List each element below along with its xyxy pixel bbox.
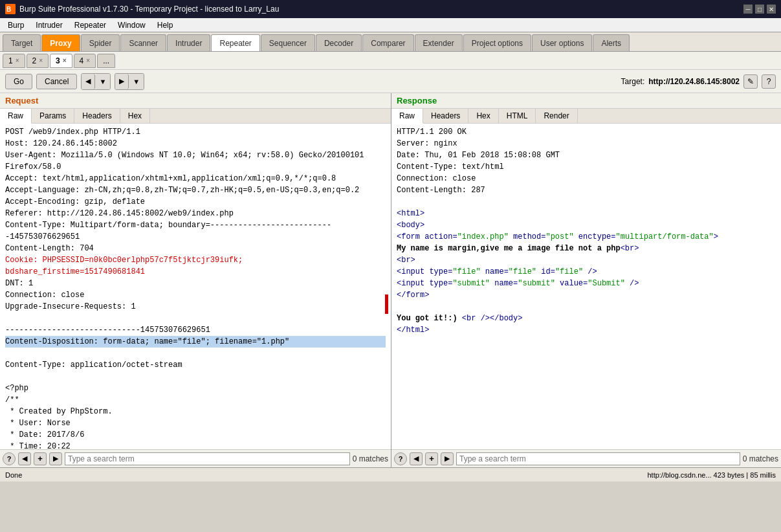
response-search-add-button[interactable]: + <box>425 452 438 465</box>
response-panel: Response Raw Headers Hex HTML Render HTT… <box>391 93 781 467</box>
close-tab-1-icon[interactable]: × <box>16 57 19 64</box>
nav-back-dropdown[interactable]: ▼ <box>95 74 110 89</box>
response-search-prev-button[interactable]: ◀ <box>410 452 423 465</box>
edit-target-button[interactable]: ✎ <box>743 74 758 89</box>
response-panel-header: Response <box>391 93 781 109</box>
content-area: Request Raw Params Headers Hex POST /web… <box>0 93 781 467</box>
response-tab-render[interactable]: Render <box>536 109 577 123</box>
tab-spider[interactable]: Spider <box>81 34 120 51</box>
response-tab-html[interactable]: HTML <box>499 109 536 123</box>
tab-alerts[interactable]: Alerts <box>593 34 630 51</box>
go-button[interactable]: Go <box>5 74 32 89</box>
request-search-next-button[interactable]: ▶ <box>49 452 62 465</box>
menu-help[interactable]: Help <box>152 19 179 31</box>
menu-intruder[interactable]: Intruder <box>30 19 67 31</box>
request-tab-hex[interactable]: Hex <box>120 109 150 123</box>
request-panel-header: Request <box>0 93 391 109</box>
tab-comparer[interactable]: Comparer <box>362 34 413 51</box>
tab-decoder[interactable]: Decoder <box>316 34 362 51</box>
response-tab-headers[interactable]: Headers <box>423 109 468 123</box>
title-bar-left: B Burp Suite Professional v1.7.30 - Temp… <box>5 4 279 14</box>
request-search-input[interactable] <box>65 452 350 465</box>
tab-extender[interactable]: Extender <box>415 34 463 51</box>
burp-logo: B <box>5 4 16 14</box>
nav-forward-group: ▶ ▼ <box>115 73 144 90</box>
request-search-prev-button[interactable]: ◀ <box>18 452 31 465</box>
title-bar: B Burp Suite Professional v1.7.30 - Temp… <box>0 0 781 18</box>
close-tab-3-icon[interactable]: × <box>63 57 67 64</box>
menu-burp[interactable]: Burp <box>3 19 29 31</box>
nav-forward-dropdown[interactable]: ▼ <box>129 74 144 89</box>
toolbar: Go Cancel ◀ ▼ ▶ ▼ Target: http://120.24.… <box>0 70 781 93</box>
tab-sequencer[interactable]: Sequencer <box>261 34 315 51</box>
request-tab-headers[interactable]: Headers <box>74 109 120 123</box>
request-search-bar: ? ◀ + ▶ 0 matches <box>0 449 391 467</box>
response-content[interactable]: HTTP/1.1 200 OK Server: nginx Date: Thu,… <box>391 124 781 449</box>
repeater-tab-2[interactable]: 2 × <box>27 54 49 68</box>
tab-target[interactable]: Target <box>3 34 41 51</box>
menu-bar: Burp Intruder Repeater Window Help <box>0 18 781 32</box>
nav-forward-button[interactable]: ▶ <box>115 74 129 89</box>
request-panel: Request Raw Params Headers Hex POST /web… <box>0 93 391 467</box>
target-url: http://120.24.86.145:8002 <box>648 77 740 86</box>
response-content-wrapper: HTTP/1.1 200 OK Server: nginx Date: Thu,… <box>391 124 781 449</box>
minimize-button[interactable]: ─ <box>743 5 753 14</box>
tab-proxy[interactable]: Proxy <box>41 34 80 51</box>
response-match-count: 0 matches <box>743 454 778 463</box>
tab-intruder[interactable]: Intruder <box>167 34 210 51</box>
response-search-next-button[interactable]: ▶ <box>441 452 454 465</box>
main-tab-bar: Target Proxy Spider Scanner Intruder Rep… <box>0 32 781 52</box>
request-content[interactable]: POST /web9/index.php HTTP/1.1 Host: 120.… <box>0 124 391 449</box>
close-tab-4-icon[interactable]: × <box>86 57 90 64</box>
svg-text:B: B <box>6 6 11 13</box>
status-text: Done <box>5 471 22 479</box>
response-tab-raw[interactable]: Raw <box>391 109 423 124</box>
target-info: Target: http://120.24.86.145:8002 ✎ ? <box>621 74 776 89</box>
cancel-button[interactable]: Cancel <box>36 74 77 89</box>
help-button[interactable]: ? <box>762 74 776 89</box>
title-bar-controls: ─ □ ✕ <box>743 5 776 14</box>
repeater-tab-more[interactable]: ... <box>97 54 115 68</box>
response-text: HTTP/1.1 200 OK Server: nginx Date: Thu,… <box>397 126 776 336</box>
response-search-bar: ? ◀ + ▶ 0 matches <box>391 449 781 467</box>
tab-repeater[interactable]: Repeater <box>211 34 259 51</box>
request-search-add-button[interactable]: + <box>34 452 47 465</box>
request-tab-params[interactable]: Params <box>32 109 74 123</box>
maximize-button[interactable]: □ <box>755 5 764 14</box>
response-panel-tabs: Raw Headers Hex HTML Render <box>391 109 781 124</box>
nav-back-group: ◀ ▼ <box>81 73 111 90</box>
status-info: http://blog.csdn.ne... 423 bytes | 85 mi… <box>647 471 776 479</box>
response-search-input[interactable] <box>456 452 740 465</box>
request-content-wrapper: POST /web9/index.php HTTP/1.1 Host: 120.… <box>0 124 391 449</box>
request-match-count: 0 matches <box>353 454 388 463</box>
close-button[interactable]: ✕ <box>767 5 776 14</box>
request-text: POST /web9/index.php HTTP/1.1 Host: 120.… <box>5 126 386 449</box>
window-title: Burp Suite Professional v1.7.30 - Tempor… <box>19 5 279 14</box>
repeater-tab-4[interactable]: 4 × <box>74 54 96 68</box>
repeater-sub-bar: 1 × 2 × 3 × 4 × ... <box>0 52 781 70</box>
menu-repeater[interactable]: Repeater <box>69 19 111 31</box>
scroll-indicator <box>385 294 388 314</box>
nav-back-button[interactable]: ◀ <box>82 74 95 89</box>
tab-project-options[interactable]: Project options <box>463 34 531 51</box>
tab-scanner[interactable]: Scanner <box>120 34 166 51</box>
target-label: Target: <box>621 77 645 86</box>
status-bar: Done http://blog.csdn.ne... 423 bytes | … <box>0 467 781 482</box>
response-tab-hex[interactable]: Hex <box>468 109 498 123</box>
request-tab-raw[interactable]: Raw <box>0 109 32 124</box>
repeater-tab-1[interactable]: 1 × <box>3 54 25 68</box>
close-tab-2-icon[interactable]: × <box>39 57 43 64</box>
repeater-tab-3[interactable]: 3 × <box>50 54 72 68</box>
request-panel-tabs: Raw Params Headers Hex <box>0 109 391 124</box>
menu-window[interactable]: Window <box>113 19 151 31</box>
tab-user-options[interactable]: User options <box>532 34 592 51</box>
response-search-help-button[interactable]: ? <box>394 452 407 465</box>
request-search-help-button[interactable]: ? <box>3 452 16 465</box>
